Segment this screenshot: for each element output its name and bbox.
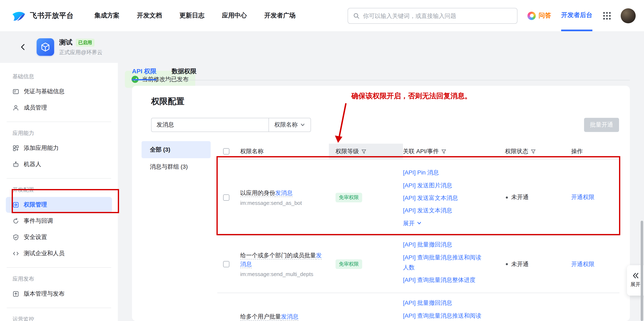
api-link[interactable]: [API] 批量撤回消息: [403, 238, 484, 251]
open-permission-link[interactable]: 开通权限: [571, 260, 594, 268]
permission-name-link[interactable]: 发消息: [275, 190, 293, 197]
api-link[interactable]: [API] Pin 消息: [403, 166, 484, 179]
permission-tabs: API 权限 数据权限: [132, 62, 196, 80]
search-icon: [353, 12, 360, 19]
col-header-apis[interactable]: 关联 API/事件: [403, 144, 505, 159]
sidebar-item-version-release[interactable]: 版本管理与发布: [6, 286, 112, 302]
global-search[interactable]: [348, 8, 518, 24]
table-row: 给多个用户批量发消息 [API] 批量撤回消息 [API] 查询批量消息推送和阅…: [217, 293, 620, 321]
permissions-table: 权限名称 权限等级 关联 API/事件 权限状态 操作: [217, 144, 620, 321]
sidebar-item-permissions[interactable]: 权限管理: [6, 197, 112, 213]
api-link[interactable]: [API] 发送富文本消息: [403, 192, 484, 204]
search-type-label: 权限名称: [274, 121, 298, 129]
sidebar-item-label: 成员管理: [24, 104, 47, 112]
api-link[interactable]: [API] 发送文本消息: [403, 204, 484, 217]
sidebar-item-label: 添加应用能力: [24, 144, 59, 152]
user-avatar[interactable]: [621, 8, 636, 23]
nav-item-changelog[interactable]: 更新日志: [180, 12, 204, 20]
col-header-level[interactable]: 权限等级: [329, 144, 403, 159]
category-all[interactable]: 全部 (3): [142, 141, 211, 158]
chevron-down-icon: [300, 122, 305, 128]
back-button[interactable]: [19, 43, 27, 51]
row-checkbox[interactable]: [223, 194, 230, 200]
primary-nav: 集成方案 开发文档 更新日志 应用中心 开发者广场: [94, 12, 296, 20]
api-link[interactable]: [API] 查询批量消息整体进度: [403, 274, 484, 286]
developer-console-tab[interactable]: 开发者后台: [561, 0, 592, 31]
permission-search-input[interactable]: [152, 118, 268, 132]
feishu-logo-icon[interactable]: [12, 9, 26, 22]
sidebar-item-bot[interactable]: 机器人: [6, 156, 112, 172]
col-header-status[interactable]: 权限状态: [505, 144, 571, 159]
sidebar: 基础信息 凭证与基础信息 成员管理 应用能力 添加应用能力: [0, 63, 118, 321]
nav-item-docs[interactable]: 开发文档: [137, 12, 162, 20]
app-name: 测试: [59, 38, 72, 47]
api-link[interactable]: [API] 批量撤回消息: [403, 296, 484, 309]
annotation-note: 确保该权限开启，否则无法回复消息。: [351, 91, 472, 101]
table-row: 给一个或多个部门的成员批量发消息 im:message:send_multi_d…: [217, 236, 620, 293]
sidebar-item-label: 测试企业和人员: [24, 250, 64, 257]
tab-api-permissions[interactable]: API 权限: [132, 62, 156, 80]
nav-item-app-center[interactable]: 应用中心: [222, 12, 247, 20]
batch-open-button[interactable]: 批量开通: [584, 118, 619, 132]
app-status-badge: 已启用: [76, 38, 94, 46]
select-all-checkbox[interactable]: [223, 148, 230, 154]
page-title: 权限配置: [151, 96, 184, 107]
expand-apis-link[interactable]: 展开: [403, 217, 484, 230]
api-link[interactable]: [API] 查询批量消息推送和阅读人数: [403, 251, 484, 274]
sidebar-item-label: 凭证与基础信息: [24, 88, 64, 95]
app-meta: 测试 已启用 正式应用@环界云: [59, 38, 102, 56]
open-permission-link[interactable]: 开通权限: [571, 194, 594, 201]
shield-check-icon: [12, 234, 19, 241]
nav-item-solutions[interactable]: 集成方案: [94, 12, 120, 20]
api-link[interactable]: [API] 发送图片消息: [403, 179, 484, 192]
sidebar-item-label: 版本管理与发布: [24, 290, 64, 298]
permission-search-group: 权限名称: [151, 118, 311, 132]
api-link[interactable]: [API] 查询批量消息推送和阅读: [403, 309, 484, 321]
divider: [7, 267, 111, 268]
level-tag: 免审权限: [336, 192, 362, 202]
sidebar-item-label: 机器人: [24, 161, 41, 168]
sidebar-section-capability: 应用能力: [12, 130, 111, 137]
col-header-actions: 操作: [571, 144, 620, 159]
event-callback-icon: [12, 218, 19, 224]
table-row: 以应用的身份发消息 im:message:send_as_bot 免审权限 [A…: [217, 160, 620, 236]
table-header-row: 权限名称 权限等级 关联 API/事件 权限状态 操作: [217, 144, 620, 160]
tab-data-permissions[interactable]: 数据权限: [172, 62, 196, 80]
brand-title: 飞书开放平台: [30, 11, 74, 20]
category-filter-list: 全部 (3) 消息与群组 (3): [142, 141, 211, 175]
permission-name-link[interactable]: 发消息: [281, 313, 298, 320]
apps-grid-icon[interactable]: [603, 12, 611, 19]
user-icon: [12, 104, 19, 111]
status-dot: [506, 196, 508, 198]
search-type-select[interactable]: 权限名称: [268, 118, 310, 132]
sidebar-item-security[interactable]: 安全设置: [6, 230, 112, 245]
category-message-group[interactable]: 消息与群组 (3): [142, 158, 211, 175]
publish-icon: [12, 290, 19, 297]
sidebar-item-events[interactable]: 事件与回调: [6, 213, 112, 229]
divider: [7, 178, 111, 178]
sidebar-item-add-capability[interactable]: 添加应用能力: [6, 140, 112, 156]
permission-name: 给多个用户批量发消息: [240, 312, 298, 321]
top-navbar: 飞书开放平台 集成方案 开发文档 更新日志 应用中心 开发者广场 问答 开发者后…: [0, 0, 644, 31]
permission-config-card: 权限配置 确保该权限开启，否则无法回复消息。 权限名称 批量开通 全部 (3) …: [132, 86, 630, 321]
row-checkbox[interactable]: [223, 261, 230, 267]
level-tag: 免审权限: [336, 260, 362, 269]
app-header: 测试 已启用 正式应用@环界云 当前修改均已发布: [0, 31, 644, 63]
divider: [7, 308, 111, 308]
sidebar-section-ops: 运营监控: [12, 316, 111, 321]
qa-label: 问答: [539, 12, 551, 20]
sidebar-item-test-org[interactable]: 测试企业和人员: [6, 246, 112, 262]
qa-link[interactable]: 问答: [528, 12, 551, 20]
sidebar-item-members[interactable]: 成员管理: [6, 100, 112, 116]
api-links: [API] Pin 消息 [API] 发送图片消息 [API] 发送富文本消息 …: [403, 160, 505, 235]
nav-item-dev-plaza[interactable]: 开发者广场: [264, 12, 296, 20]
permission-name: 以应用的身份发消息: [240, 188, 293, 197]
global-search-input[interactable]: [363, 12, 512, 19]
scrollbar-thumb[interactable]: [641, 221, 643, 321]
annotation-arrow: [324, 101, 354, 148]
filter-icon: [442, 149, 446, 154]
api-links: [API] 批量撤回消息 [API] 查询批量消息推送和阅读人数 [API] 查…: [403, 236, 505, 293]
app-cube-icon: [37, 38, 54, 56]
api-links: [API] 批量撤回消息 [API] 查询批量消息推送和阅读: [403, 293, 505, 321]
sidebar-item-credentials[interactable]: 凭证与基础信息: [6, 84, 112, 100]
